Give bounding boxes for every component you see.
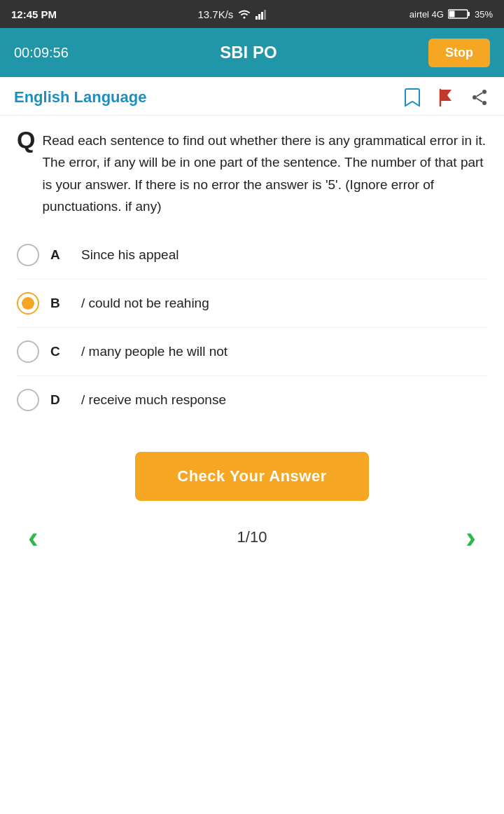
option-b[interactable]: B / could not be reahing [17,280,487,328]
question-prefix: Q [17,127,35,153]
option-c-label: C [50,344,70,359]
svg-line-13 [477,99,482,102]
svg-rect-1 [255,16,258,20]
nav-bar: ‹ 1/10 › [0,515,504,567]
status-time: 12:45 PM [11,8,57,20]
option-d[interactable]: D / receive much response [17,376,487,424]
next-button[interactable]: › [465,522,476,553]
flag-icon[interactable] [435,87,456,108]
option-c[interactable]: C / many people he will not [17,328,487,376]
radio-b[interactable] [17,292,39,315]
option-c-text: / many people he will not [81,344,227,359]
radio-b-fill [22,297,34,310]
section-header: English Language [0,77,504,116]
wifi-icon [237,8,251,20]
option-b-text: / could not be reahing [81,296,209,311]
bookmark-icon[interactable] [402,87,423,108]
option-d-label: D [50,392,70,408]
option-a-label: A [50,247,70,263]
svg-rect-6 [468,12,470,16]
section-title: English Language [14,88,146,106]
radio-a[interactable] [17,244,39,266]
battery-icon [448,8,470,20]
radio-c[interactable] [17,340,39,363]
question-area: Q Read each sentence to find out whether… [0,116,504,224]
signal-icon [255,8,268,20]
status-bar: 12:45 PM 13.7K/s airtel 4G 35% [0,0,504,28]
svg-rect-2 [258,14,260,20]
battery-percent: 35% [475,9,493,20]
question-text: Read each sentence to find out whether t… [42,130,487,217]
timer-display: 00:09:56 [14,45,69,61]
speed-indicator: 13.7K/s [198,8,234,20]
radio-d[interactable] [17,389,39,411]
option-b-label: B [50,296,70,311]
check-answer-wrap: Check Your Answer [0,424,504,515]
app-header: 00:09:56 SBI PO Stop [0,28,504,77]
check-answer-button[interactable]: Check Your Answer [135,452,369,501]
stop-button[interactable]: Stop [428,39,490,67]
carrier-label: airtel 4G [410,9,444,20]
share-icon[interactable] [469,87,490,108]
options-area: A Since his appeal B / could not be reah… [0,224,504,424]
svg-point-9 [482,90,486,94]
svg-rect-4 [264,10,266,20]
svg-point-11 [482,101,486,105]
section-icons [402,87,490,108]
svg-rect-3 [261,12,263,20]
option-a-text: Since his appeal [81,247,178,263]
svg-rect-7 [449,11,454,18]
svg-point-10 [472,95,477,99]
status-center: 13.7K/s [198,8,269,20]
svg-point-0 [244,17,246,19]
app-title: SBI PO [220,43,276,62]
prev-button[interactable]: ‹ [28,522,38,553]
option-d-text: / receive much response [81,392,226,408]
page-indicator: 1/10 [237,528,267,546]
svg-line-12 [477,93,482,97]
option-a[interactable]: A Since his appeal [17,231,487,280]
status-right: airtel 4G 35% [410,8,493,20]
